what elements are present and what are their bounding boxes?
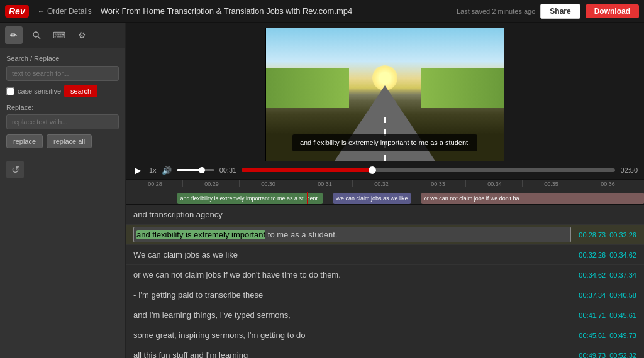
svg-line-1 <box>38 37 41 40</box>
transcript-row: We can claim jobs as we like 00:32.26 00… <box>126 245 644 265</box>
end-time-badge[interactable]: 00:52.32 <box>609 352 636 359</box>
transcript-text: some great, inspiring sermons, I'm getti… <box>133 329 571 342</box>
transcript-times: 00:45.61 00:49.73 <box>579 332 636 339</box>
search-replace-label: Search / Replace <box>6 55 119 62</box>
toolbar: ✏ ⌨ ⚙ <box>0 23 125 48</box>
transcript-row: or we can not claim jobs if we don't hav… <box>126 265 644 285</box>
highlighted-text: and flexibility is extremely important <box>136 230 265 239</box>
video-frame[interactable]: and flexibility is extremely important t… <box>265 28 504 161</box>
playhead <box>307 192 308 205</box>
replace-label: Replace: <box>6 104 119 111</box>
end-time-badge[interactable]: 00:37.34 <box>609 271 636 279</box>
start-time-badge[interactable]: 00:32.26 <box>579 251 606 259</box>
keyboard-icon[interactable]: ⌨ <box>50 26 68 44</box>
app-header: Rev ← Order Details Work From Home Trans… <box>0 0 644 23</box>
time-marker: 00:28 <box>126 180 182 187</box>
replace-input[interactable] <box>6 114 119 129</box>
main-layout: ✏ ⌨ ⚙ Search / Replace case sensitive se… <box>0 23 644 358</box>
start-time-badge[interactable]: 00:34.62 <box>579 271 606 279</box>
clip-text-1: and flexibility is extremely important t… <box>180 195 319 202</box>
transcript-row: some great, inspiring sermons, I'm getti… <box>126 325 644 345</box>
transcript-text: all this fun stuff and I'm learning <box>133 349 571 358</box>
start-time-badge[interactable]: 00:28.73 <box>579 231 606 239</box>
transcript-times: 00:41.71 00:45.61 <box>579 312 636 319</box>
transcript-row: - I'm getting paid to transcribe these 0… <box>126 285 644 305</box>
timeline-clip-1[interactable]: and flexibility is extremely important t… <box>177 193 323 204</box>
transcript-text-active[interactable]: and flexibility is extremely important t… <box>133 227 571 243</box>
progress-fill <box>242 168 372 172</box>
progress-bar[interactable] <box>242 168 615 172</box>
volume-slider[interactable] <box>177 169 214 171</box>
replace-button[interactable]: replace <box>6 134 43 148</box>
transcript-text: and transcription agency <box>133 209 629 221</box>
last-saved-label: Last saved 2 minutes ago <box>457 8 535 15</box>
transcript-times: 00:49.73 00:52.32 <box>579 352 636 359</box>
transcript-area[interactable]: and transcription agency and flexibility… <box>126 205 644 358</box>
search-input[interactable] <box>6 66 119 81</box>
search-button[interactable]: search <box>64 85 97 97</box>
replace-buttons: replace replace all <box>6 134 119 148</box>
rev-logo: Rev <box>5 5 29 18</box>
timeline-clips: and flexibility is extremely important t… <box>126 192 644 205</box>
end-time-badge[interactable]: 00:40.58 <box>609 291 636 299</box>
normal-text: to me as a student. <box>268 230 338 239</box>
end-time-badge[interactable]: 00:45.61 <box>609 312 636 319</box>
end-time-badge[interactable]: 00:49.73 <box>609 332 636 339</box>
video-container: and flexibility is extremely important t… <box>126 23 644 180</box>
volume-icon[interactable]: 🔊 <box>162 166 172 175</box>
undo-button[interactable]: ↺ <box>6 161 24 178</box>
transcript-row: and I'm learning things, I've typed serm… <box>126 305 644 325</box>
play-button[interactable]: ▶ <box>132 165 144 175</box>
time-marker: 00:33 <box>409 180 465 187</box>
time-marker: 00:31 <box>296 180 352 187</box>
start-time-badge[interactable]: 00:37.34 <box>579 291 606 299</box>
settings-icon[interactable]: ⚙ <box>73 26 91 44</box>
transcript-times: 00:32.26 00:34.62 <box>579 251 636 259</box>
subtitle-text: and flexibility is extremely important t… <box>300 139 470 146</box>
progress-thumb <box>369 166 376 174</box>
order-details-button[interactable]: ← Order Details <box>34 6 96 17</box>
start-time-badge[interactable]: 00:41.71 <box>579 312 606 319</box>
timeline-ruler: 00:28 00:29 00:30 00:31 00:32 00:33 00:3… <box>126 180 644 192</box>
search-replace-panel: Search / Replace case sensitive search R… <box>0 48 125 155</box>
current-time-label: 00:31 <box>219 166 237 174</box>
subtitle-overlay: and flexibility is extremely important t… <box>292 134 477 151</box>
share-button[interactable]: Share <box>540 4 580 19</box>
transcript-times: 00:28.73 00:32.26 <box>579 231 636 239</box>
time-marker: 00:32 <box>352 180 409 187</box>
transcript-text: and I'm learning things, I've typed serm… <box>133 309 571 322</box>
start-time-badge[interactable]: 00:49.73 <box>579 352 606 359</box>
end-time-badge[interactable]: 00:32.26 <box>609 231 636 239</box>
transcript-row: and transcription agency <box>126 205 644 225</box>
video-controls: ▶ 1x 🔊 00:31 02:50 <box>126 161 644 179</box>
timeline[interactable]: 00:28 00:29 00:30 00:31 00:32 00:33 00:3… <box>126 180 644 205</box>
case-sensitive-row: case sensitive search <box>6 85 119 97</box>
sidebar: ✏ ⌨ ⚙ Search / Replace case sensitive se… <box>0 23 126 358</box>
edit-icon[interactable]: ✏ <box>5 26 23 44</box>
timeline-clip-3[interactable]: or we can not claim jobs if we don't ha <box>421 193 644 204</box>
clip-text-3: or we can not claim jobs if we don't ha <box>424 195 519 202</box>
transcript-text: We can claim jobs as we like <box>133 249 571 261</box>
replace-all-button[interactable]: replace all <box>47 134 92 148</box>
speed-label: 1x <box>149 166 157 174</box>
time-marker: 00:29 <box>182 180 239 187</box>
file-title: Work From Home Transcription & Translati… <box>101 6 452 16</box>
download-button[interactable]: Download <box>586 4 639 18</box>
time-marker: 00:35 <box>522 180 579 187</box>
transcript-text: or we can not claim jobs if we don't hav… <box>133 269 571 281</box>
search-icon[interactable] <box>28 26 45 44</box>
transcript-text: - I'm getting paid to transcribe these <box>133 289 571 301</box>
end-time-badge[interactable]: 00:34.62 <box>609 251 636 259</box>
case-sensitive-checkbox[interactable] <box>6 87 14 95</box>
timeline-clip-2[interactable]: We can claim jobs as we like <box>333 193 411 204</box>
svg-point-0 <box>33 32 38 37</box>
clip-text-2: We can claim jobs as we like <box>336 195 408 202</box>
transcript-times: 00:37.34 00:40.58 <box>579 291 636 299</box>
start-time-badge[interactable]: 00:45.61 <box>579 332 606 339</box>
duration-label: 02:50 <box>620 166 638 174</box>
time-marker: 00:30 <box>239 180 296 187</box>
time-marker: 00:36 <box>579 180 635 187</box>
transcript-row-active: and flexibility is extremely important t… <box>126 225 644 245</box>
transcript-row: all this fun stuff and I'm learning 00:4… <box>126 345 644 358</box>
case-sensitive-label: case sensitive <box>18 87 61 95</box>
